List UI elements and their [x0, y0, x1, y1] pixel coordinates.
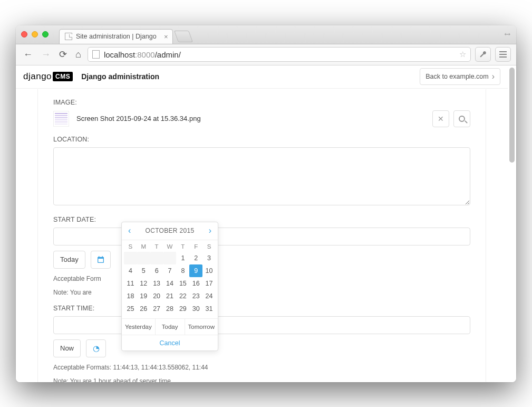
tomorrow-shortcut-button[interactable]: Tomorrow: [185, 319, 218, 335]
day-cell[interactable]: 9: [189, 264, 202, 277]
open-clock-button[interactable]: ◔: [86, 339, 106, 357]
image-field-row: Screen Shot 2015-09-24 at 15.36.34.png ✕: [53, 110, 470, 127]
image-lookup-button[interactable]: [453, 110, 470, 127]
day-cell[interactable]: 15: [176, 277, 189, 290]
open-calendar-button[interactable]: [91, 251, 111, 269]
brand-badge: CMS: [53, 72, 73, 81]
day-cell[interactable]: 21: [163, 290, 177, 302]
day-cell[interactable]: 26: [137, 302, 150, 315]
address-bar[interactable]: localhost:8000/admin/ ☆: [88, 47, 471, 62]
day-cell[interactable]: 19: [137, 290, 150, 302]
day-cell[interactable]: 12: [137, 277, 150, 290]
date-picker-weekdays: SMTWTFS: [122, 240, 218, 252]
day-cell[interactable]: 22: [176, 290, 189, 302]
site-info-icon[interactable]: [92, 50, 100, 59]
day-cell[interactable]: 11: [124, 277, 137, 290]
day-cell[interactable]: 27: [150, 302, 163, 315]
clock-icon: ◔: [93, 344, 100, 353]
brand-logo: django CMS: [23, 71, 73, 82]
day-cell[interactable]: 29: [176, 302, 189, 315]
forward-button[interactable]: →: [39, 49, 53, 60]
day-cell[interactable]: 18: [124, 290, 137, 302]
day-cell[interactable]: 7: [163, 264, 177, 277]
close-icon: ✕: [438, 115, 444, 123]
day-cell[interactable]: 4: [124, 264, 137, 277]
date-picker-header: ‹ OCTOBER 2015 ›: [122, 222, 218, 240]
day-cell[interactable]: 3: [202, 252, 216, 264]
day-cell[interactable]: 23: [189, 290, 202, 302]
now-button[interactable]: Now: [53, 339, 81, 357]
day-cell[interactable]: 2: [189, 252, 202, 264]
start-time-input[interactable]: [53, 316, 470, 334]
wrench-icon: [479, 51, 487, 58]
image-clear-button[interactable]: ✕: [432, 110, 449, 127]
yesterday-shortcut-button[interactable]: Yesterday: [122, 319, 156, 335]
extension-button[interactable]: [475, 47, 491, 62]
menu-button[interactable]: [495, 47, 511, 62]
reload-button[interactable]: ⟳: [57, 49, 69, 60]
back-to-site-label: Back to example.com: [425, 73, 489, 80]
day-cell[interactable]: 30: [189, 302, 202, 315]
date-picker-popover: ‹ OCTOBER 2015 › SMTWTFS 123456789101112…: [121, 222, 218, 351]
weekday-label: S: [124, 243, 137, 250]
day-cell[interactable]: 1: [176, 252, 189, 264]
tab-title: Site administration | Django: [76, 33, 157, 40]
window-zoom-icon[interactable]: [42, 31, 49, 37]
day-cell-padding: [124, 252, 137, 264]
day-cell[interactable]: 31: [202, 302, 216, 315]
window-minimize-icon[interactable]: [32, 31, 38, 37]
day-cell[interactable]: 14: [163, 277, 177, 290]
admin-header: django CMS Django administration Back to…: [16, 65, 508, 89]
start-time-label: START TIME:: [53, 305, 470, 312]
tab-close-icon[interactable]: ×: [164, 33, 168, 41]
window-titlebar: Site administration | Django × ⤢: [16, 25, 516, 44]
day-cell[interactable]: 10: [202, 264, 216, 277]
day-cell[interactable]: 8: [176, 264, 189, 277]
window-expand-icon[interactable]: ⤢: [502, 29, 513, 40]
window-controls: [21, 31, 49, 37]
day-cell[interactable]: 17: [202, 277, 216, 290]
image-thumbnail[interactable]: [53, 111, 69, 127]
time-formats-hint: Acceptable Formats: 11:44:13, 11:44:13.5…: [53, 364, 470, 371]
new-tab-button[interactable]: [174, 31, 193, 42]
day-cell[interactable]: 13: [150, 277, 163, 290]
day-cell[interactable]: 24: [202, 290, 216, 302]
url-host: localhost:8000/admin/: [104, 50, 181, 59]
day-cell-padding: [137, 252, 150, 264]
next-month-button[interactable]: ›: [207, 226, 214, 235]
day-cell[interactable]: 6: [150, 264, 163, 277]
day-cell[interactable]: 5: [137, 264, 150, 277]
brand-text: django: [23, 71, 52, 82]
date-formats-hint: Acceptable Form: [53, 275, 470, 282]
home-button[interactable]: ⌂: [73, 49, 83, 60]
admin-form: IMAGE: Screen Shot 2015-09-24 at 15.36.3…: [37, 89, 487, 382]
weekday-label: T: [150, 243, 163, 250]
location-textarea[interactable]: [53, 147, 470, 205]
weekday-label: T: [176, 243, 189, 250]
day-cell-padding: [150, 252, 163, 264]
scrollbar-thumb[interactable]: [509, 68, 515, 163]
date-picker-days: 1234567891011121314151617181920212223242…: [122, 252, 218, 318]
calendar-icon: [96, 255, 105, 264]
day-cell[interactable]: 28: [163, 302, 177, 315]
day-cell[interactable]: 20: [150, 290, 163, 302]
date-picker-cancel-button[interactable]: Cancel: [122, 335, 218, 351]
page-favicon-icon: [65, 33, 72, 40]
weekday-label: M: [137, 243, 150, 250]
location-label: LOCATION:: [53, 136, 470, 143]
window-close-icon[interactable]: [21, 31, 27, 37]
time-tz-note: Note: You are 1 hour ahead of server tim…: [53, 377, 470, 382]
start-date-input[interactable]: [53, 228, 470, 245]
day-cell[interactable]: 16: [189, 277, 202, 290]
back-to-site-link[interactable]: Back to example.com: [420, 68, 500, 85]
bookmark-icon[interactable]: ☆: [459, 50, 466, 59]
day-cell[interactable]: 25: [124, 302, 137, 315]
weekday-label: F: [189, 243, 202, 250]
day-cell-padding: [163, 252, 177, 264]
browser-tab[interactable]: Site administration | Django ×: [59, 29, 173, 44]
back-button[interactable]: ←: [21, 49, 35, 60]
prev-month-button[interactable]: ‹: [126, 226, 133, 235]
today-button[interactable]: Today: [53, 251, 85, 269]
image-filename: Screen Shot 2015-09-24 at 15.36.34.png: [76, 115, 201, 122]
today-shortcut-button[interactable]: Today: [156, 319, 185, 335]
